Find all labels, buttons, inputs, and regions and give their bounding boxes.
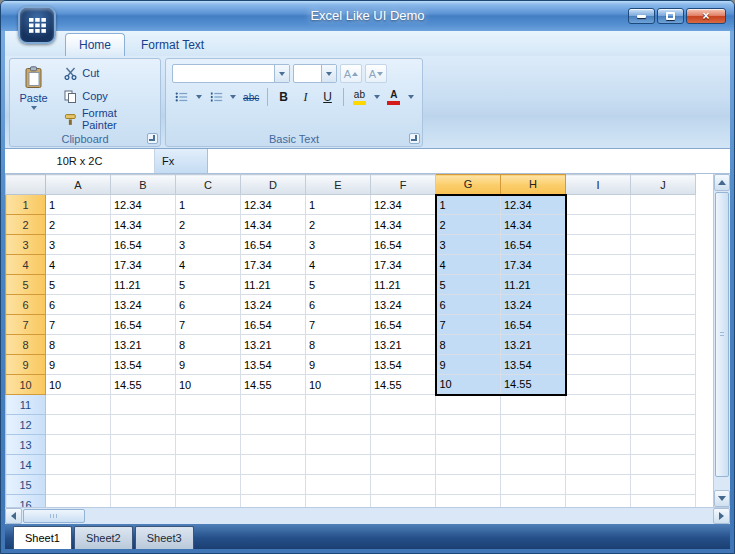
cell-I9[interactable] [566,355,631,375]
cell-J11[interactable] [631,395,696,415]
cell-A10[interactable]: 10 [46,375,111,395]
vertical-scroll-thumb[interactable] [715,192,729,477]
row-header-8[interactable]: 8 [6,335,46,355]
cell-C13[interactable] [176,435,241,455]
row-header-4[interactable]: 4 [6,255,46,275]
cell-A9[interactable]: 9 [46,355,111,375]
row-header-6[interactable]: 6 [6,295,46,315]
cell-G12[interactable] [436,415,501,435]
cell-C6[interactable]: 6 [176,295,241,315]
cell-D7[interactable]: 16.54 [241,315,306,335]
strikethrough-button[interactable]: abc [241,87,261,107]
row-header-5[interactable]: 5 [6,275,46,295]
row-header-11[interactable]: 11 [6,395,46,415]
cell-I16[interactable] [566,495,631,508]
cell-E10[interactable]: 10 [306,375,371,395]
cell-B12[interactable] [111,415,176,435]
column-header-C[interactable]: C [176,175,241,195]
cell-G10[interactable]: 10 [436,375,501,395]
grow-font-button[interactable]: A [340,64,362,83]
cell-F8[interactable]: 13.21 [371,335,436,355]
cell-C15[interactable] [176,475,241,495]
fx-button[interactable]: Fx [155,149,208,173]
cell-A4[interactable]: 4 [46,255,111,275]
cell-C12[interactable] [176,415,241,435]
row-header-12[interactable]: 12 [6,415,46,435]
cell-C3[interactable]: 3 [176,235,241,255]
cell-D8[interactable]: 13.21 [241,335,306,355]
cell-G2[interactable]: 2 [436,215,501,235]
cell-F4[interactable]: 17.34 [371,255,436,275]
cell-H3[interactable]: 16.54 [501,235,566,255]
minimize-button[interactable] [628,8,655,24]
cell-E1[interactable]: 1 [306,195,371,215]
office-menu-button[interactable] [18,6,56,44]
scroll-up-button[interactable] [714,174,730,191]
cell-A13[interactable] [46,435,111,455]
cell-H1[interactable]: 12.34 [501,195,566,215]
cell-C8[interactable]: 8 [176,335,241,355]
cell-A6[interactable]: 6 [46,295,111,315]
column-header-F[interactable]: F [371,175,436,195]
cell-D4[interactable]: 17.34 [241,255,306,275]
cell-B3[interactable]: 16.54 [111,235,176,255]
cell-F14[interactable] [371,455,436,475]
cell-A11[interactable] [46,395,111,415]
column-header-G[interactable]: G [436,175,501,195]
vertical-scroll-track[interactable] [714,478,730,490]
vertical-scrollbar[interactable] [713,174,730,507]
font-name-dropdown-icon[interactable] [274,65,289,82]
cell-C1[interactable]: 1 [176,195,241,215]
cell-F3[interactable]: 16.54 [371,235,436,255]
cell-H2[interactable]: 14.34 [501,215,566,235]
cell-C9[interactable]: 9 [176,355,241,375]
row-header-9[interactable]: 9 [6,355,46,375]
column-header-E[interactable]: E [306,175,371,195]
scroll-left-button[interactable] [5,508,22,524]
cell-D15[interactable] [241,475,306,495]
cell-E3[interactable]: 3 [306,235,371,255]
cell-G6[interactable]: 6 [436,295,501,315]
cell-C5[interactable]: 5 [176,275,241,295]
cell-B7[interactable]: 16.54 [111,315,176,335]
cell-C11[interactable] [176,395,241,415]
cell-G1[interactable]: 1 [436,195,501,215]
titlebar[interactable]: Excel Like UI Demo × [1,1,734,31]
cell-J15[interactable] [631,475,696,495]
italic-button[interactable]: I [296,87,315,107]
cell-F10[interactable]: 14.55 [371,375,436,395]
cell-I1[interactable] [566,195,631,215]
cell-J4[interactable] [631,255,696,275]
cell-G9[interactable]: 9 [436,355,501,375]
scroll-down-button[interactable] [714,490,730,507]
select-all-corner[interactable] [6,175,46,195]
cell-I2[interactable] [566,215,631,235]
cell-D3[interactable]: 16.54 [241,235,306,255]
cut-button[interactable]: Cut [59,63,158,83]
cell-H8[interactable]: 13.21 [501,335,566,355]
cell-A12[interactable] [46,415,111,435]
cell-F12[interactable] [371,415,436,435]
cell-H6[interactable]: 13.24 [501,295,566,315]
sheet-tab-sheet3[interactable]: Sheet3 [135,526,194,549]
cell-J9[interactable] [631,355,696,375]
cell-G4[interactable]: 4 [436,255,501,275]
cell-I10[interactable] [566,375,631,395]
cell-D9[interactable]: 13.54 [241,355,306,375]
cell-J12[interactable] [631,415,696,435]
cell-D10[interactable]: 14.55 [241,375,306,395]
tab-format-text[interactable]: Format Text [128,34,217,56]
close-button[interactable]: × [686,8,726,24]
cell-E4[interactable]: 4 [306,255,371,275]
column-header-D[interactable]: D [241,175,306,195]
cell-G5[interactable]: 5 [436,275,501,295]
cell-A7[interactable]: 7 [46,315,111,335]
cell-D1[interactable]: 12.34 [241,195,306,215]
cell-J14[interactable] [631,455,696,475]
cell-G11[interactable] [436,395,501,415]
cell-A5[interactable]: 5 [46,275,111,295]
cell-E7[interactable]: 7 [306,315,371,335]
cell-H10[interactable]: 14.55 [501,375,566,395]
cell-A1[interactable]: 1 [46,195,111,215]
cell-B9[interactable]: 13.54 [111,355,176,375]
